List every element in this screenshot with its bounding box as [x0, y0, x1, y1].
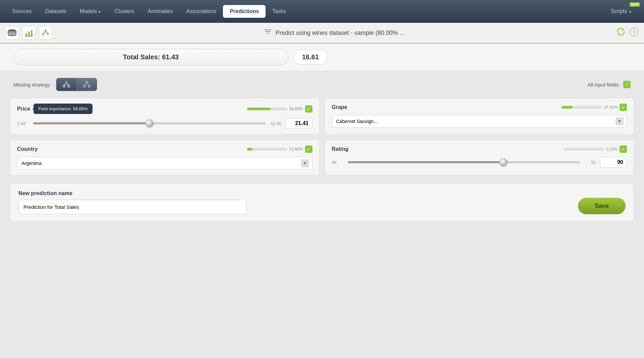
- svg-line-23: [84, 83, 87, 85]
- price-field-name: Price: [17, 106, 30, 112]
- prediction-name-input[interactable]: [18, 200, 246, 214]
- all-input-label: All input fields:: [587, 82, 620, 87]
- svg-rect-11: [265, 31, 271, 32]
- svg-rect-3: [31, 30, 33, 36]
- prediction-name-label: New prediction name: [18, 190, 246, 196]
- nav-clusters[interactable]: Clusters: [108, 5, 141, 18]
- strategy-row: Missing strategy:: [10, 78, 634, 91]
- price-max: 41.50: [270, 121, 282, 126]
- country-field-name: Country: [17, 146, 38, 152]
- price-card: Price Field importance: 58.66% 58.66% ✓ …: [10, 98, 319, 134]
- price-slider-thumb[interactable]: [145, 119, 153, 127]
- grape-field-name: Grape: [332, 104, 347, 110]
- nav-anomalies[interactable]: Anomalies: [141, 5, 180, 18]
- nav-sources[interactable]: Sources: [5, 5, 39, 18]
- new-badge: NEW: [630, 2, 640, 7]
- result-label: Total Sales: 61.43: [13, 49, 288, 65]
- svg-point-20: [86, 81, 88, 83]
- nav-associations[interactable]: Associations: [180, 5, 223, 18]
- grape-select[interactable]: Cabernet Sauvign... Merlot Pinot Noir: [332, 115, 627, 128]
- strategy-label: Missing strategy:: [13, 82, 51, 87]
- country-select[interactable]: Argentina France Italy Spain: [17, 157, 312, 170]
- rating-field-name: Rating: [332, 146, 349, 152]
- svg-rect-10: [264, 29, 272, 30]
- grape-importance-pct: 27.41%: [604, 105, 618, 110]
- rating-slider-thumb[interactable]: [499, 158, 507, 166]
- nav-bar: Sources Datasets Models Clusters Anomali…: [0, 0, 644, 23]
- svg-point-17: [68, 85, 70, 87]
- fields-grid: Price Field importance: 58.66% 58.66% ✓ …: [10, 98, 634, 175]
- svg-point-16: [63, 85, 65, 87]
- strategy-btn-1[interactable]: [56, 78, 76, 91]
- grape-select-wrapper: Cabernet Sauvign... Merlot Pinot Noir ▼: [332, 115, 627, 128]
- country-checkbox[interactable]: ✓: [305, 145, 312, 153]
- price-input[interactable]: [286, 118, 312, 129]
- price-importance-pct: 58.66%: [289, 107, 303, 111]
- svg-line-24: [87, 83, 89, 85]
- result-bar: Total Sales: 61.43 16.61: [0, 44, 644, 71]
- rating-max: 91: [584, 160, 596, 165]
- country-select-wrapper: Argentina France Italy Spain ▼: [17, 157, 312, 170]
- strategy-btn-2[interactable]: [76, 78, 97, 91]
- svg-line-9: [46, 32, 48, 33]
- svg-line-8: [43, 32, 46, 33]
- save-button[interactable]: Save: [578, 198, 626, 214]
- country-importance-pct: 13.80%: [289, 147, 303, 152]
- price-checkbox[interactable]: ✓: [305, 105, 312, 113]
- svg-point-5: [45, 29, 47, 32]
- rating-slider-row: 88 91: [332, 157, 627, 168]
- rating-input[interactable]: [600, 157, 627, 168]
- nav-scripts[interactable]: Scripts NEW: [604, 5, 639, 18]
- rating-card: Rating 0.12% ✓ 88 91: [325, 140, 634, 175]
- nav-predictions[interactable]: Predictions: [223, 5, 266, 18]
- svg-rect-2: [28, 32, 30, 36]
- result-value: 16.61: [294, 50, 327, 65]
- svg-point-21: [83, 85, 85, 87]
- toolbar-tree-icon[interactable]: [39, 26, 52, 40]
- prediction-name-section: New prediction name Save: [10, 183, 634, 221]
- toolbar-chart-icon[interactable]: [22, 26, 36, 40]
- svg-point-6: [42, 33, 44, 35]
- svg-point-7: [47, 33, 49, 35]
- toolbar: Predict using wines dataset - sample (80…: [0, 23, 644, 44]
- refresh-icon[interactable]: [616, 27, 626, 39]
- svg-line-18: [64, 83, 66, 85]
- all-input-checkbox[interactable]: ✓: [623, 81, 631, 88]
- svg-rect-12: [267, 33, 269, 34]
- grape-checkbox[interactable]: ✓: [620, 104, 627, 111]
- rating-checkbox[interactable]: ✓: [620, 145, 627, 153]
- svg-rect-1: [25, 33, 27, 36]
- svg-point-22: [88, 85, 90, 87]
- main-content: Missing strategy:: [0, 71, 644, 228]
- price-tooltip: Field importance: 58.66%: [34, 104, 92, 114]
- nav-models[interactable]: Models: [73, 5, 108, 18]
- price-min: 2.44: [17, 121, 29, 126]
- all-input-fields: All input fields: ✓: [587, 81, 631, 88]
- country-card: Country 13.80% ✓ Argentina France Italy …: [10, 140, 319, 175]
- info-icon[interactable]: i: [629, 27, 639, 39]
- nav-tasks[interactable]: Tasks: [266, 5, 293, 18]
- svg-text:i: i: [633, 29, 635, 35]
- price-slider-row: 2.44 41.50: [17, 118, 312, 129]
- svg-point-15: [65, 81, 67, 83]
- rating-importance-pct: 0.12%: [606, 147, 618, 152]
- svg-line-19: [66, 83, 69, 85]
- rating-min: 88: [332, 160, 344, 165]
- strategy-buttons: [56, 78, 97, 91]
- toolbar-title: Predict using wines dataset - sample (80…: [276, 29, 405, 37]
- nav-datasets[interactable]: Datasets: [39, 5, 73, 18]
- title-filter-icon: [264, 28, 272, 38]
- grape-card: Grape 27.41% ✓ Cabernet Sauvign... Merlo…: [325, 98, 634, 134]
- toolbar-db-icon[interactable]: [5, 26, 19, 40]
